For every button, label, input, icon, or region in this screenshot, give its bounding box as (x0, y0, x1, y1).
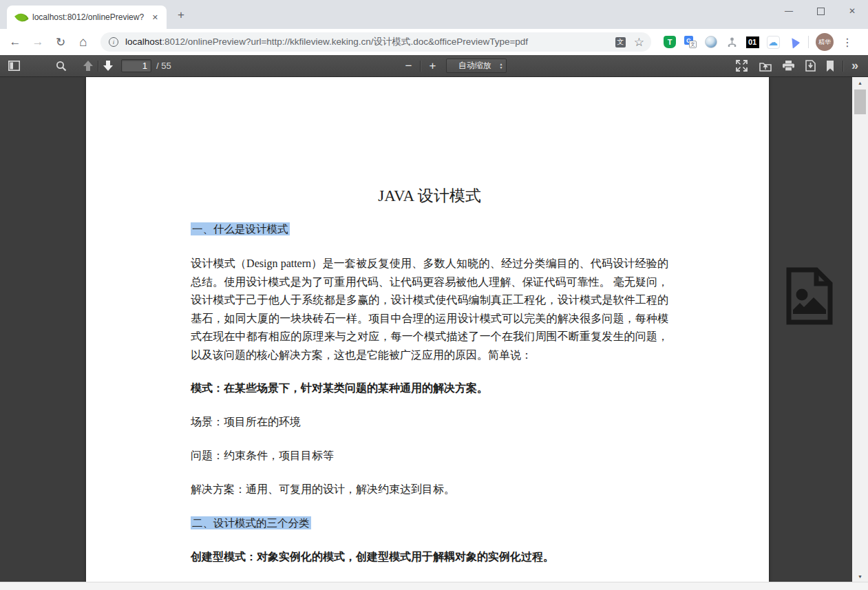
vertical-scrollbar[interactable]: ▲ ▼ (852, 77, 868, 582)
open-file-icon (759, 61, 772, 72)
sidebar-toggle-button[interactable] (8, 61, 20, 71)
url-path: :8012/onlinePreview?url=http://kkfilevie… (162, 36, 528, 47)
tab-close-icon[interactable]: ✕ (149, 12, 161, 23)
document-heading-1: 一、什么是设计模式 (191, 222, 668, 237)
back-icon[interactable]: ← (8, 35, 23, 49)
sitemap-icon (726, 36, 738, 48)
translate-wen: 文 (689, 41, 697, 48)
forward-icon[interactable]: → (30, 35, 45, 49)
close-button[interactable]: ✕ (836, 0, 868, 22)
pdf-page: JAVA 设计模式 一、什么是设计模式 设计模式（Design pattern）… (86, 77, 769, 582)
url-omnibox[interactable]: i localhost:8012/onlinePreview?url=http:… (100, 32, 651, 52)
profile-avatar[interactable]: 精华 (816, 33, 834, 51)
swirl-icon (705, 36, 717, 48)
zoom-in-button[interactable]: + (424, 59, 441, 73)
scroll-down-icon[interactable]: ▼ (852, 571, 868, 582)
page-number-input[interactable] (121, 59, 151, 72)
window-controls: — ✕ (773, 0, 868, 22)
translate-page-icon[interactable]: 文 (615, 37, 626, 48)
extensions-area: T G 文 01 ☁ 精华 ⋮ (659, 33, 860, 51)
zoom-level-select[interactable]: 自动缩放 ▲ ▼ (446, 59, 507, 73)
search-button[interactable] (56, 61, 67, 72)
zoom-out-button[interactable]: − (400, 59, 416, 73)
divider (808, 36, 809, 48)
fullscreen-icon (736, 60, 748, 72)
badge-01-icon: 01 (746, 36, 759, 48)
broken-image-icon (785, 267, 834, 325)
page-info-icon[interactable]: i (109, 37, 118, 47)
document-title: JAVA 设计模式 (191, 186, 668, 207)
divider (98, 61, 98, 72)
page-down-icon (102, 60, 114, 72)
divider (420, 61, 421, 72)
creational-pattern-line: 创建型模式：对象实例化的模式，创建型模式用于解耦对象的实例化过程。 (191, 549, 668, 565)
pdf-toolbar: / 55 − + 自动缩放 ▲ ▼ (0, 55, 868, 77)
scroll-up-icon[interactable]: ▲ (852, 77, 868, 88)
next-page-button[interactable] (102, 60, 114, 72)
toolbar-more-button[interactable]: » (851, 59, 858, 73)
page-total-label: / 55 (156, 61, 171, 71)
page-up-icon (82, 60, 94, 72)
extension-shield[interactable]: T (659, 36, 680, 48)
extension-swirl[interactable] (701, 36, 721, 48)
shield-icon: T (664, 36, 676, 48)
highlighted-text: 一、什么是设计模式 (191, 222, 290, 235)
url-text[interactable]: localhost:8012/onlinePreview?url=http://… (125, 36, 607, 48)
browser-tab[interactable]: localhost:8012/onlinePreview? ✕ (7, 6, 167, 29)
highlighted-text: 二、设计模式的三个分类 (191, 516, 311, 529)
cloud-icon: ☁ (767, 36, 780, 49)
print-icon (782, 60, 795, 72)
extension-bird[interactable] (783, 38, 804, 47)
browser-titlebar: localhost:8012/onlinePreview? ✕ + — ✕ (0, 0, 868, 29)
scrollbar-thumb[interactable] (854, 89, 866, 114)
new-tab-button[interactable]: + (178, 8, 184, 22)
presentation-mode-button[interactable] (736, 60, 748, 72)
maximize-button[interactable] (805, 0, 836, 22)
url-host: localhost (125, 36, 162, 47)
document-content: JAVA 设计模式 一、什么是设计模式 设计模式（Design pattern）… (86, 77, 769, 565)
window-bottom-edge (0, 582, 868, 590)
download-icon (805, 60, 816, 72)
print-button[interactable] (782, 60, 795, 72)
extension-sitemap[interactable] (721, 36, 742, 48)
previous-page-button[interactable] (82, 60, 94, 72)
bookmark-icon (826, 61, 834, 72)
home-icon[interactable]: ⌂ (76, 34, 91, 50)
maximize-icon (817, 8, 825, 15)
translate-ext-icon: G 文 (684, 36, 697, 48)
solution-line: 解决方案：通用、可复用的设计，解决约束达到目标。 (191, 482, 668, 497)
extension-cloud[interactable]: ☁ (763, 36, 783, 49)
bookmark-button[interactable] (826, 61, 834, 72)
open-file-button[interactable] (759, 61, 772, 72)
pattern-definition-line: 模式：在某些场景下，针对某类问题的某种通用的解决方案。 (191, 381, 668, 396)
select-arrows-icon: ▲ ▼ (499, 63, 502, 69)
extension-translate[interactable]: G 文 (680, 36, 701, 48)
minimize-button[interactable]: — (773, 0, 805, 22)
bird-icon (787, 36, 800, 49)
sidebar-toggle-icon (8, 61, 20, 71)
document-heading-2: 二、设计模式的三个分类 (191, 516, 668, 531)
scene-line: 场景：项目所在的环境 (191, 414, 668, 430)
pdf-viewer-area: JAVA 设计模式 一、什么是设计模式 设计模式（Design pattern）… (0, 77, 868, 582)
spring-leaf-favicon (14, 10, 29, 25)
tab-title: localhost:8012/onlinePreview? (32, 12, 146, 22)
problem-line: 问题：约束条件，项目目标等 (191, 448, 668, 463)
search-icon (56, 61, 67, 72)
bookmark-star-icon[interactable]: ☆ (634, 36, 644, 48)
extension-01[interactable]: 01 (742, 36, 763, 48)
document-paragraph: 设计模式（Design pattern）是一套被反复使用、多数人知晓的、经过分类… (191, 255, 668, 364)
browser-menu-icon[interactable]: ⋮ (842, 36, 853, 49)
address-bar-row: ← → ↻ ⌂ i localhost:8012/onlinePreview?u… (0, 29, 868, 55)
download-button[interactable] (805, 60, 816, 72)
divider (843, 61, 843, 72)
zoom-level-value: 自动缩放 (450, 60, 499, 72)
reload-icon[interactable]: ↻ (53, 35, 68, 50)
